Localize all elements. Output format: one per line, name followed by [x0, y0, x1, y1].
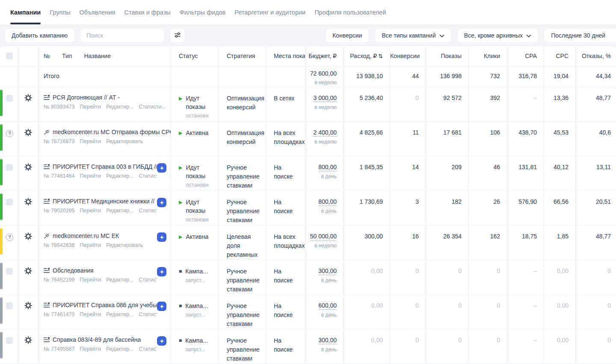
row-action-link[interactable]: Редактир...: [106, 277, 133, 283]
gear-icon[interactable]: [24, 94, 32, 102]
row-action-link[interactable]: Редактир...: [106, 346, 133, 352]
campaign-name[interactable]: ПРИОРИТЕТ Медицинские книжки //: [53, 198, 154, 205]
budget-value[interactable]: 2 400,00: [314, 129, 337, 137]
row-status-bar: [0, 228, 3, 255]
campaign-number: № 80393473: [44, 104, 75, 110]
row-action-link[interactable]: Перейти: [80, 311, 101, 317]
campaign-name[interactable]: medkomcenter.ru МС ЕК: [53, 232, 119, 239]
row-action-link[interactable]: Перейти: [80, 346, 101, 352]
campaign-number: № 76452199: [44, 277, 75, 283]
row-action-link[interactable]: Редактир...: [106, 173, 133, 179]
search-input[interactable]: [80, 28, 165, 43]
cpc-value: 0,00: [557, 302, 569, 309]
tab-ads[interactable]: Объявления: [80, 0, 116, 24]
col-cpc[interactable]: CPC: [544, 46, 576, 66]
tab-retargeting-audiences[interactable]: Ретаргетинг и аудитории: [234, 0, 305, 24]
status-sub-link[interactable]: останови: [186, 113, 219, 119]
gear-icon[interactable]: [24, 232, 32, 240]
row-action-link[interactable]: Перейти: [80, 173, 101, 179]
budget-value[interactable]: 300,00: [318, 337, 337, 344]
row-action-link[interactable]: Статисти...: [139, 104, 166, 110]
strategy: Ручное управление ставками: [219, 191, 266, 225]
row-action-link[interactable]: Редактир...: [106, 104, 133, 110]
row-checkbox[interactable]: [6, 199, 13, 205]
row-action-link[interactable]: Статисти...: [139, 173, 157, 179]
row-action-link[interactable]: Редактир...: [106, 311, 133, 317]
help-icon[interactable]: ?: [6, 234, 13, 241]
status-label: Идут показы: [186, 198, 219, 215]
row-action-link[interactable]: Статисти...: [139, 208, 157, 214]
status-sub-link[interactable]: останови: [186, 182, 219, 188]
strategy: Оптимизация конверсий: [219, 122, 266, 156]
filter-settings-button[interactable]: [170, 28, 185, 43]
col-spend[interactable]: Расход, ₽⇅: [344, 46, 390, 66]
row-action-link[interactable]: Перейти: [80, 208, 101, 214]
conversions-button[interactable]: Конверсии: [325, 28, 369, 43]
row-action-link[interactable]: Перейти: [80, 277, 101, 283]
col-shows[interactable]: Показы: [426, 46, 469, 66]
archive-filter[interactable]: Все, кроме архивных: [457, 28, 539, 43]
gear-icon[interactable]: [24, 267, 32, 275]
campaign-name[interactable]: Обследования: [53, 267, 94, 274]
col-clicks[interactable]: Клики: [469, 46, 507, 66]
row-checkbox[interactable]: [6, 302, 13, 309]
gear-icon[interactable]: [24, 302, 32, 309]
tab-campaigns[interactable]: Кампании: [10, 0, 41, 24]
status-sub-link[interactable]: запуст...: [185, 277, 208, 283]
campaign-name[interactable]: ПРИОРИТЕТ Справка 003 в ГИБДД //: [53, 163, 157, 170]
row-action-link[interactable]: Перейти: [80, 138, 101, 144]
row-checkbox[interactable]: [6, 337, 13, 344]
status-sub-link[interactable]: запуст...: [185, 346, 208, 352]
row-action-link[interactable]: Перейти: [80, 242, 101, 248]
campaign-number: № 77461464: [44, 173, 75, 179]
budget-value[interactable]: 3 000,00: [314, 94, 337, 102]
col-conversions[interactable]: Конверсии: [390, 46, 426, 66]
col-cpa[interactable]: CPA: [507, 46, 544, 66]
status-sub-link[interactable]: запуст...: [185, 312, 208, 318]
budget-value[interactable]: 800,00: [318, 164, 337, 171]
gear-icon[interactable]: [24, 129, 32, 136]
campaign-name[interactable]: РСЯ Догоняющая // АТ -: [53, 94, 120, 101]
budget-value[interactable]: 800,00: [318, 198, 337, 206]
budget-value[interactable]: 600,00: [318, 302, 337, 310]
tab-user-profiles[interactable]: Профили пользователей: [314, 0, 386, 24]
cpc-value: 45,53: [554, 129, 569, 136]
campaign-name[interactable]: medkomcenter.ru МС Отправка формы СРО: [53, 129, 171, 135]
help-icon[interactable]: ?: [6, 130, 13, 137]
add-campaign-button[interactable]: Добавить кампанию: [4, 28, 75, 43]
table-body: ?: [0, 87, 616, 364]
spend-value: 1 730,69: [360, 198, 383, 205]
placements: На поиске: [266, 191, 305, 225]
row-action-link[interactable]: Редактировать: [106, 242, 143, 248]
gear-icon[interactable]: [24, 336, 32, 344]
row-checkbox[interactable]: [6, 268, 13, 275]
status-icon: ▶: [179, 232, 182, 260]
select-all-checkbox[interactable]: [6, 53, 13, 59]
row-action-link[interactable]: Редактировать: [106, 138, 143, 144]
tab-feed-filters[interactable]: Фильтры фидов: [180, 0, 225, 24]
campaign-type-filter[interactable]: Все типы кампаний: [374, 28, 451, 43]
status-label: Идут показы: [186, 163, 219, 180]
tab-bids-phrases[interactable]: Ставки и фразы: [124, 0, 170, 24]
campaign-name[interactable]: ПРИОРИТЕТ Справка 086 для учебы: [53, 302, 157, 308]
row-action-link[interactable]: Редактир...: [106, 208, 133, 214]
campaign-name[interactable]: Справка 083/4-89 для бассейна: [53, 336, 141, 343]
col-bounce[interactable]: Отказы, %: [576, 46, 616, 66]
row-checkbox[interactable]: [6, 164, 13, 171]
row-action-link[interactable]: Статисти...: [139, 311, 157, 317]
gear-icon[interactable]: [24, 163, 32, 171]
col-type: Тип: [62, 53, 72, 59]
col-budget[interactable]: Бюджет, ₽: [305, 46, 344, 66]
budget-value[interactable]: 50 000,00: [310, 233, 337, 241]
row-checkbox[interactable]: [6, 95, 13, 102]
row-action-link[interactable]: Статисти...: [139, 277, 157, 283]
budget-value[interactable]: 300,00: [318, 267, 337, 275]
row-action-link[interactable]: Статисти...: [139, 346, 157, 352]
row-action-link[interactable]: Перейти: [80, 104, 101, 110]
status-sub-link[interactable]: останови: [186, 217, 219, 223]
tab-groups[interactable]: Группы: [50, 0, 70, 24]
cpc-value: 0,00: [557, 267, 569, 274]
date-range-filter[interactable]: Последние 30 дней: [544, 28, 616, 43]
gear-icon[interactable]: [24, 198, 32, 205]
totals-spend: 13 938,10: [356, 73, 383, 79]
